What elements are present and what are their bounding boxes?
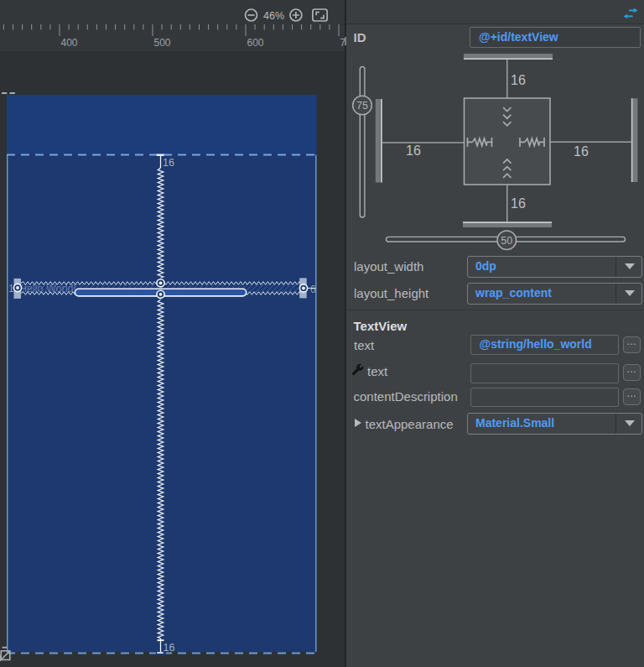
svg-text:500: 500 (154, 37, 171, 49)
svg-text:16: 16 (511, 73, 526, 87)
svg-text:6: 6 (310, 284, 316, 295)
svg-text:50: 50 (501, 235, 512, 247)
svg-text:400: 400 (61, 37, 78, 49)
svg-text:46%: 46% (263, 10, 284, 22)
svg-text:600: 600 (247, 37, 264, 49)
svg-text:Hello World!: Hello World! (19, 283, 76, 294)
svg-text:16: 16 (511, 196, 526, 211)
svg-text:16: 16 (163, 157, 174, 169)
svg-text:16: 16 (164, 642, 175, 654)
svg-text:75: 75 (356, 100, 368, 112)
svg-text:16: 16 (406, 143, 421, 158)
svg-text:16: 16 (574, 144, 589, 159)
